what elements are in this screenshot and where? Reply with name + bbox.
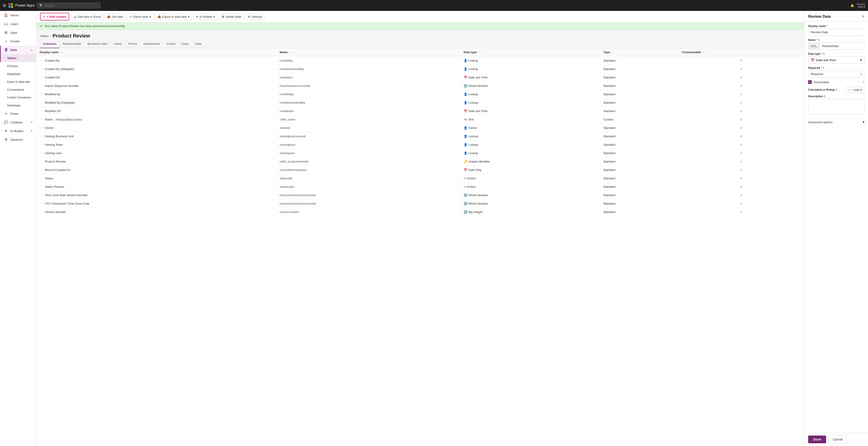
data-type-row-icon: 📅: [464, 109, 467, 113]
row-context-menu[interactable]: ···: [39, 210, 44, 214]
sidebar-item-solutions[interactable]: ⚙ Solutions: [0, 135, 36, 144]
row-context-menu[interactable]: ···: [39, 151, 44, 155]
row-context-menu[interactable]: ···: [39, 109, 44, 113]
searchable-info-icon[interactable]: ℹ: [863, 80, 864, 84]
row-context-menu[interactable]: ···: [39, 67, 44, 71]
ai-builder-button[interactable]: ✦ AI Builder ▾: [193, 13, 218, 20]
row-context-menu[interactable]: ···: [39, 142, 44, 146]
row-context-menu[interactable]: ···: [39, 84, 44, 88]
sidebar-item-export[interactable]: Export to data lake: [0, 78, 36, 86]
settings-button[interactable]: ⚙ Settings: [245, 13, 265, 20]
apps-icon: ⊞: [4, 30, 8, 35]
row-context-menu[interactable]: ···: [39, 168, 44, 172]
close-button[interactable]: ×: [862, 14, 864, 19]
cancel-button[interactable]: Cancel: [829, 436, 847, 443]
sidebar-item-create[interactable]: ＋ Create: [0, 37, 36, 46]
data-type-row-icon: 👤: [464, 126, 467, 130]
row-context-menu[interactable]: ···: [39, 59, 44, 62]
name-info-icon[interactable]: ℹ: [818, 38, 819, 42]
col-header-customizable[interactable]: Customizable ↑↓: [679, 48, 804, 56]
export-datalake-button[interactable]: 📤 Export to data lake ▾: [155, 13, 192, 20]
description-info-icon[interactable]: ℹ: [824, 95, 825, 98]
done-button[interactable]: Done: [808, 436, 826, 443]
add-rollup-button[interactable]: ＋ + Add ▾: [845, 87, 864, 93]
required-select[interactable]: Required Optional: [808, 70, 864, 77]
searchable-checkbox[interactable]: ✔: [808, 80, 812, 84]
calculated-label: Calculated or Rollup ℹ ＋ + Add ▾: [808, 87, 864, 93]
sidebar-item-gateways[interactable]: Gateways: [0, 101, 36, 109]
row-context-menu[interactable]: ···: [39, 75, 44, 79]
row-context-menu[interactable]: ···: [39, 117, 44, 121]
breadcrumb-parent[interactable]: Tables: [40, 34, 49, 38]
tab-charts[interactable]: Charts: [163, 40, 179, 48]
name-suffix[interactable]: ReviewDate: [820, 43, 864, 49]
customizable-check: ✓: [740, 135, 743, 138]
data-type-row-icon: ≡: [464, 177, 466, 180]
edit-excel-button[interactable]: 📊 Edit data in Excel: [70, 13, 103, 20]
get-data-button[interactable]: 📥 Get data: [104, 13, 126, 20]
home-icon: 🏠: [4, 13, 8, 17]
sidebar-item-tables[interactable]: Tables: [0, 54, 36, 62]
data-type-select[interactable]: 📅 Date and Time ▾: [808, 56, 864, 64]
advanced-options-row[interactable]: Advanced options ▾: [808, 118, 864, 126]
sidebar-item-apps[interactable]: ⊞ Apps: [0, 28, 36, 37]
required-info-icon[interactable]: ℹ: [823, 66, 824, 70]
data-icon: 🗄: [4, 48, 8, 52]
sidebar-item-learn[interactable]: 📖 Learn: [0, 20, 36, 28]
add-column-button[interactable]: ＋ + Add column: [40, 13, 69, 21]
customizable-check: ✓: [740, 210, 743, 214]
delete-table-button[interactable]: 🗑 Delete table: [219, 13, 244, 20]
tab-data[interactable]: Data: [192, 40, 205, 48]
datalake-arrow: ▾: [188, 15, 189, 19]
row-context-menu[interactable]: ···: [39, 184, 44, 188]
data-type-row-icon: 👤: [464, 93, 467, 96]
data-type-row-icon: 👤: [464, 67, 467, 71]
col-header-name[interactable]: Name ↑↓: [276, 48, 461, 56]
col-header-type[interactable]: Type ↑↓: [600, 48, 679, 56]
sidebar-item-chatbots[interactable]: 💬 Chatbots ▼: [0, 118, 36, 127]
export-data-button[interactable]: ↪ Export data ▾: [127, 13, 154, 20]
search-input[interactable]: [44, 4, 98, 7]
tab-views[interactable]: Views: [111, 40, 125, 48]
data-type-select-wrapper: 📅 Date and Time ▾: [808, 56, 864, 64]
sidebar-item-choices[interactable]: Choices: [0, 62, 36, 70]
tab-keys[interactable]: Keys: [179, 40, 192, 48]
col-header-display-name[interactable]: Display name ↑↓: [36, 48, 276, 56]
row-context-menu[interactable]: ···: [39, 201, 44, 205]
sidebar-item-connections[interactable]: Connections: [0, 86, 36, 94]
row-context-menu[interactable]: ···: [39, 100, 44, 104]
breadcrumb: Tables › Product Review: [36, 30, 804, 40]
customizable-check: ✓: [740, 109, 743, 113]
toolbar: ＋ + Add column 📊 Edit data in Excel 📥 Ge…: [36, 11, 804, 23]
sidebar-item-custom-connectors[interactable]: Custom Connectors: [0, 94, 36, 101]
tab-relationships[interactable]: Relationships: [60, 40, 85, 48]
row-context-menu[interactable]: ···: [39, 92, 44, 96]
data-type-info-icon[interactable]: ℹ: [824, 52, 825, 56]
sidebar-item-data[interactable]: 🗄 Data ▲: [0, 46, 36, 54]
customizable-check: ✓: [740, 118, 743, 121]
panel-header: Review Date ×: [805, 11, 868, 21]
tab-forms[interactable]: Forms: [125, 40, 140, 48]
col-header-data-type[interactable]: Data type ↑↓: [461, 48, 600, 56]
tab-columns[interactable]: Columns: [40, 40, 60, 48]
tab-business-rules[interactable]: Business rules: [85, 40, 111, 48]
row-context-menu[interactable]: ···: [39, 193, 44, 197]
row-context-menu[interactable]: ···: [39, 126, 44, 130]
row-context-menu[interactable]: ···: [39, 176, 44, 180]
description-textarea[interactable]: [808, 99, 864, 115]
sidebar-item-dataflows[interactable]: Dataflows: [0, 70, 36, 78]
sidebar-item-flows[interactable]: ↩ Flows: [0, 109, 36, 118]
search-bar[interactable]: 🔍: [37, 2, 100, 8]
sidebar-item-home[interactable]: 🏠 Home: [0, 11, 36, 20]
row-context-menu[interactable]: ···: [39, 159, 44, 163]
display-name-input[interactable]: [808, 29, 864, 36]
sidebar-item-ai-builder[interactable]: ✦ AI Builder ▼: [0, 127, 36, 135]
calculated-info-icon[interactable]: ℹ: [836, 88, 837, 91]
app-brand: Power Apps: [15, 3, 35, 7]
table-row: ··· Modified By modifiedby 👤 Lookup Stan…: [36, 90, 804, 98]
notification-icon[interactable]: 🔔: [850, 4, 854, 7]
row-context-menu[interactable]: ···: [39, 134, 44, 138]
required-star-3: *: [822, 52, 823, 56]
waffle-icon[interactable]: ⊞: [3, 3, 6, 8]
tab-dashboards[interactable]: Dashboards: [141, 40, 163, 48]
